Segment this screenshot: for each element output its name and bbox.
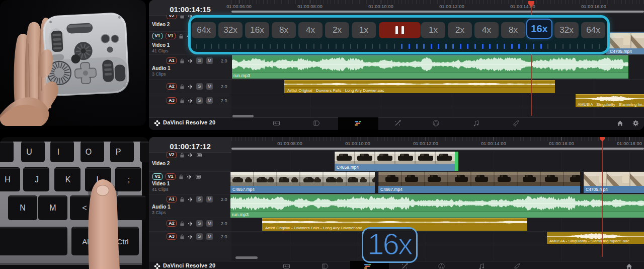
svg-text:J: J [35, 175, 39, 184]
svg-text:I: I [57, 148, 59, 156]
svg-text:M: M [49, 204, 56, 212]
svg-text:Ctrl: Ctrl [117, 237, 128, 246]
svg-text:O: O [86, 148, 92, 156]
svg-text:;: ; [128, 175, 130, 184]
svg-text:K: K [65, 175, 71, 184]
svg-text:N: N [20, 204, 26, 212]
svg-text:U: U [26, 148, 32, 156]
svg-text:16x: 16x [367, 229, 413, 261]
svg-text:P: P [116, 148, 121, 156]
svg-text:<: < [82, 204, 87, 212]
svg-text:H: H [5, 175, 11, 184]
